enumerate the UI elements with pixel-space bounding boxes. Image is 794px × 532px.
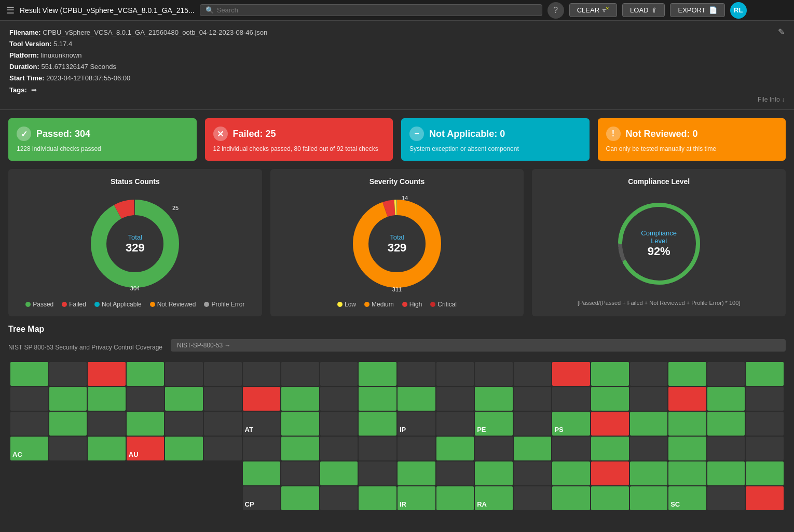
treemap-section-cp[interactable]: CP	[243, 437, 396, 510]
treemap-cell[interactable]	[514, 387, 552, 411]
treemap-cell[interactable]	[320, 486, 358, 510]
treemap-cell[interactable]	[630, 486, 668, 510]
treemap-cell[interactable]	[398, 412, 435, 436]
treemap-cell[interactable]	[10, 437, 48, 460]
treemap-cell[interactable]	[10, 387, 48, 411]
clear-button[interactable]: CLEAR ▿✕	[569, 3, 617, 17]
treemap-section-ps2[interactable]	[552, 437, 667, 510]
treemap-cell[interactable]	[514, 412, 552, 436]
treemap-cell[interactable]	[165, 387, 203, 411]
treemap-cell[interactable]	[668, 486, 706, 510]
treemap-cell[interactable]	[475, 412, 513, 436]
file-info-link[interactable]: File Info ↓	[9, 96, 785, 103]
treemap-cell[interactable]	[398, 486, 435, 510]
treemap-cell[interactable]	[591, 387, 629, 411]
treemap-cell[interactable]	[127, 387, 165, 411]
treemap-cell[interactable]	[281, 437, 319, 460]
treemap-cell[interactable]	[243, 362, 281, 386]
treemap-cell[interactable]	[668, 387, 706, 411]
hamburger-icon[interactable]: ☰	[6, 5, 15, 16]
treemap-cell[interactable]	[320, 437, 358, 460]
treemap-cell[interactable]	[707, 412, 745, 436]
treemap-section-ir[interactable]: IR	[398, 437, 474, 510]
treemap-cell[interactable]	[204, 387, 242, 411]
treemap-cell[interactable]	[204, 362, 242, 386]
treemap-cell[interactable]	[436, 387, 474, 411]
treemap-cell[interactable]	[707, 486, 745, 510]
treemap-cell[interactable]	[359, 437, 396, 460]
help-button[interactable]: ?	[547, 2, 564, 19]
treemap-cell[interactable]	[591, 362, 629, 386]
treemap-cell[interactable]	[281, 387, 319, 411]
treemap-cell[interactable]	[436, 362, 474, 386]
treemap-cell[interactable]	[281, 486, 319, 510]
treemap-cell[interactable]	[436, 412, 474, 436]
treemap-cell[interactable]	[514, 437, 552, 460]
treemap-cell[interactable]	[127, 437, 165, 460]
treemap-cell[interactable]	[591, 437, 629, 460]
treemap-cell[interactable]	[475, 437, 513, 460]
treemap-section-ip[interactable]: IP	[398, 362, 474, 436]
treemap-cell[interactable]	[552, 486, 590, 510]
treemap-cell[interactable]	[552, 362, 590, 386]
treemap-cell[interactable]	[281, 461, 319, 485]
search-input[interactable]	[217, 6, 537, 14]
treemap-cell[interactable]	[243, 486, 281, 510]
treemap-cell[interactable]	[398, 461, 435, 485]
treemap-cell[interactable]	[436, 486, 474, 510]
treemap-cell[interactable]	[746, 412, 784, 436]
treemap-cell[interactable]	[630, 387, 668, 411]
treemap-cell[interactable]	[707, 362, 745, 386]
treemap-cell[interactable]	[630, 437, 668, 460]
treemap-cell[interactable]	[552, 412, 590, 436]
treemap-cell[interactable]	[552, 461, 590, 485]
treemap-cell[interactable]	[10, 362, 48, 386]
treemap-cell[interactable]	[746, 437, 784, 460]
treemap-section-ac[interactable]: AC	[10, 362, 126, 460]
treemap-section-ps[interactable]: PS	[552, 362, 667, 436]
user-avatar[interactable]: RL	[730, 2, 747, 19]
treemap-cell[interactable]	[514, 362, 552, 386]
load-button[interactable]: LOAD ⇧	[622, 3, 665, 17]
treemap-cell[interactable]	[204, 412, 242, 436]
treemap-cell[interactable]	[436, 437, 474, 460]
treemap-cell[interactable]	[359, 362, 396, 386]
edit-icon[interactable]: ✎	[778, 27, 785, 37]
treemap-cell[interactable]	[320, 412, 358, 436]
treemap-cell[interactable]	[591, 486, 629, 510]
treemap-cell[interactable]	[49, 412, 87, 436]
treemap-cell[interactable]	[398, 437, 435, 460]
treemap-cell[interactable]	[552, 387, 590, 411]
treemap-cell[interactable]	[514, 486, 552, 510]
treemap-cell[interactable]	[668, 461, 706, 485]
treemap-cell[interactable]	[243, 461, 281, 485]
treemap-cell[interactable]	[514, 461, 552, 485]
treemap-section-sc[interactable]: SC	[668, 362, 784, 510]
treemap-cell[interactable]	[320, 461, 358, 485]
treemap-cell[interactable]	[320, 387, 358, 411]
treemap-cell[interactable]	[88, 362, 126, 386]
export-button[interactable]: EXPORT 📄	[670, 3, 724, 17]
treemap-cell[interactable]	[707, 387, 745, 411]
treemap-breadcrumb[interactable]: NIST-SP-800-53 →	[171, 339, 786, 352]
treemap-cell[interactable]	[49, 362, 87, 386]
treemap-cell[interactable]	[359, 486, 396, 510]
treemap-cell[interactable]	[436, 461, 474, 485]
treemap-cell[interactable]	[552, 437, 590, 460]
treemap-cell[interactable]	[746, 362, 784, 386]
treemap-cell[interactable]	[49, 387, 87, 411]
treemap-cell[interactable]	[359, 461, 396, 485]
treemap-cell[interactable]	[165, 412, 203, 436]
treemap-cell[interactable]	[746, 486, 784, 510]
treemap-cell[interactable]	[630, 362, 668, 386]
treemap-cell[interactable]	[243, 412, 281, 436]
treemap-section-ra[interactable]: RA	[475, 437, 551, 510]
treemap-cell[interactable]	[10, 412, 48, 436]
treemap-cell[interactable]	[359, 387, 396, 411]
treemap-cell[interactable]	[630, 412, 668, 436]
treemap-cell[interactable]	[127, 412, 165, 436]
treemap-cell[interactable]	[475, 387, 513, 411]
treemap-cell[interactable]	[88, 387, 126, 411]
treemap-cell[interactable]	[281, 362, 319, 386]
treemap-section-pe[interactable]: PE	[475, 362, 551, 436]
